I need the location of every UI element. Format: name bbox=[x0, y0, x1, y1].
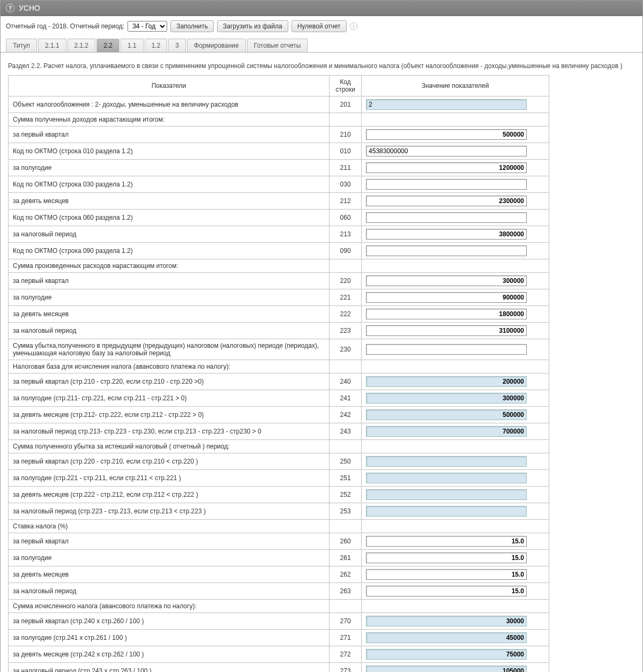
row-value-cell bbox=[362, 126, 549, 143]
row-value-cell bbox=[362, 440, 549, 453]
row-value-cell bbox=[362, 323, 549, 339]
table-row: Объект налогообложения : 2- доходы, умен… bbox=[9, 96, 549, 113]
row-label: Код по ОКТМО (строка 060 раздела 1.2) bbox=[9, 210, 330, 226]
value-input-261[interactable] bbox=[366, 552, 527, 563]
row-label: Сумма произведенных расходов нарастающим… bbox=[9, 259, 330, 273]
tab-2-2[interactable]: 2.2 bbox=[96, 39, 119, 52]
table-row: Сумма исчисленного налога (авансового пл… bbox=[9, 600, 549, 613]
row-value-cell bbox=[362, 374, 549, 390]
row-value-cell bbox=[362, 243, 549, 259]
table-row: Налоговая база для исчисления налога (ав… bbox=[9, 360, 549, 374]
row-code: 220 bbox=[330, 273, 362, 289]
table-row: за полугодие261 bbox=[9, 550, 549, 566]
row-code: 230 bbox=[330, 339, 362, 360]
tab--[interactable]: Готовые отчеты bbox=[247, 39, 308, 52]
tab-3[interactable]: 3 bbox=[168, 39, 186, 52]
row-value-cell bbox=[362, 143, 549, 160]
tab-2-1-1[interactable]: 2.1.1 bbox=[38, 39, 66, 52]
row-value-cell bbox=[362, 96, 549, 113]
row-value-cell bbox=[362, 583, 549, 600]
row-label: за первый квартал bbox=[9, 533, 330, 550]
table-row: за девять месяцев212 bbox=[9, 193, 549, 210]
row-code: 090 bbox=[330, 243, 362, 259]
row-value-cell bbox=[362, 520, 549, 533]
period-label: Отчетный год - 2018. Отчетный период: bbox=[6, 23, 124, 30]
row-label: за девять месяцев bbox=[9, 193, 330, 210]
col-code-header: Код строки bbox=[330, 76, 362, 96]
row-value-cell bbox=[362, 470, 549, 487]
value-input-263[interactable] bbox=[366, 586, 527, 596]
row-label: за налоговый период bbox=[9, 226, 330, 243]
tab--[interactable]: Формирование bbox=[187, 39, 246, 52]
row-value-cell bbox=[362, 630, 549, 646]
value-input-241 bbox=[366, 393, 527, 404]
value-input-230[interactable] bbox=[366, 344, 527, 355]
tab-2-1-2[interactable]: 2.1.2 bbox=[68, 39, 96, 52]
value-input-030[interactable] bbox=[366, 179, 527, 190]
row-value-cell bbox=[362, 360, 549, 374]
value-input-250 bbox=[366, 456, 527, 467]
tab--[interactable]: Титул bbox=[6, 39, 37, 52]
titlebar: ? УСНО bbox=[1, 1, 642, 16]
row-code: 201 bbox=[330, 96, 362, 113]
value-input-211[interactable] bbox=[366, 162, 527, 173]
value-input-220[interactable] bbox=[366, 275, 527, 286]
table-row: за первый квартал210 bbox=[9, 126, 549, 143]
table-row: за девять месяцев (стр.222 - стр.212, ес… bbox=[9, 487, 549, 503]
row-code: 242 bbox=[330, 407, 362, 423]
value-input-210[interactable] bbox=[366, 129, 527, 140]
row-code bbox=[330, 259, 362, 273]
period-select[interactable]: 34 - Год bbox=[128, 21, 167, 32]
row-value-cell bbox=[362, 423, 549, 440]
value-input-221[interactable] bbox=[366, 292, 527, 303]
load-from-file-button[interactable]: Загрузить из файла bbox=[217, 20, 288, 32]
value-input-213[interactable] bbox=[366, 229, 527, 240]
row-code: 273 bbox=[330, 663, 362, 673]
table-row: за налоговый период стр.213- стр.223 - с… bbox=[9, 423, 549, 440]
table-row: за девять месяцев (стр.212- стр.222, есл… bbox=[9, 407, 549, 423]
value-input-010[interactable] bbox=[366, 146, 527, 156]
value-input-090[interactable] bbox=[366, 245, 527, 256]
row-label: за девять месяцев (стр.222 - стр.212, ес… bbox=[9, 487, 330, 503]
value-input-251 bbox=[366, 473, 527, 483]
table-row: за полугодие221 bbox=[9, 289, 549, 306]
table-row: за первый квартал (стр.240 x стр.260 / 1… bbox=[9, 613, 549, 630]
row-label: за полугодие bbox=[9, 550, 330, 566]
row-value-cell bbox=[362, 306, 549, 323]
table-row: за первый квартал (стр.210 - стр.220, ес… bbox=[9, 374, 549, 390]
help-icon[interactable]: ? bbox=[6, 4, 14, 12]
row-value-cell bbox=[362, 533, 549, 550]
value-input-223[interactable] bbox=[366, 325, 527, 336]
value-input-252 bbox=[366, 489, 527, 500]
table-row: за полугодие (стр.241 x стр.261 / 100 )2… bbox=[9, 630, 549, 646]
value-input-222[interactable] bbox=[366, 309, 527, 319]
row-value-cell bbox=[362, 566, 549, 583]
table-row: за налоговый период223 bbox=[9, 323, 549, 339]
row-value-cell bbox=[362, 407, 549, 423]
value-input-262[interactable] bbox=[366, 569, 527, 580]
row-code: 261 bbox=[330, 550, 362, 566]
table-row: за налоговый период213 bbox=[9, 226, 549, 243]
value-input-060[interactable] bbox=[366, 212, 527, 223]
info-icon[interactable]: i bbox=[350, 23, 357, 30]
fill-button[interactable]: Заполнить bbox=[170, 20, 214, 32]
value-input-260[interactable] bbox=[366, 536, 527, 547]
tab-1-2[interactable]: 1.2 bbox=[145, 39, 168, 52]
value-input-212[interactable] bbox=[366, 196, 527, 206]
row-code: 221 bbox=[330, 289, 362, 306]
table-row: за первый квартал (стр.220 - стр.210, ес… bbox=[9, 453, 549, 470]
row-code: 222 bbox=[330, 306, 362, 323]
zero-report-button[interactable]: Нулевой отчет bbox=[291, 20, 347, 32]
table-row: за первый квартал220 bbox=[9, 273, 549, 289]
tab-1-1[interactable]: 1.1 bbox=[121, 39, 144, 52]
row-label: Ставка налога (%) bbox=[9, 520, 330, 533]
row-value-cell bbox=[362, 226, 549, 243]
row-code: 212 bbox=[330, 193, 362, 210]
row-label: за первый квартал (стр.210 - стр.220, ес… bbox=[9, 374, 330, 390]
row-label: за полугодие (стр.211- стр.221, если стр… bbox=[9, 390, 330, 407]
row-label: за налоговый период bbox=[9, 583, 330, 600]
table-row: за налоговый период (стр.243 x стр.263 /… bbox=[9, 663, 549, 673]
row-value-cell bbox=[362, 339, 549, 360]
table-row: за первый квартал260 bbox=[9, 533, 549, 550]
row-code: 241 bbox=[330, 390, 362, 407]
